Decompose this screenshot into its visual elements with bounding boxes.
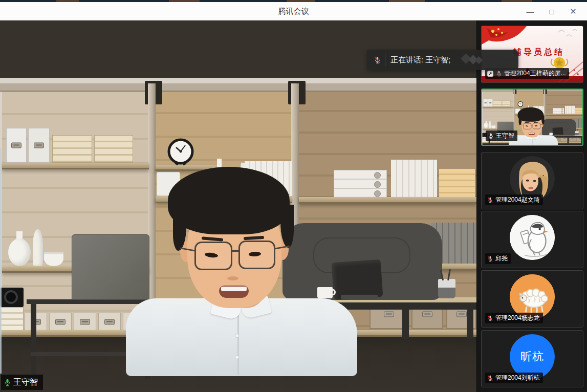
mic-muted-icon (487, 197, 494, 204)
shirt-button (235, 334, 239, 338)
person (0, 20, 476, 392)
person-teeth (221, 287, 247, 291)
participant-label-text: 王守智 (496, 132, 514, 140)
mic-muted-icon (487, 255, 494, 263)
participants-sidebar: 辅导员总结 (476, 20, 587, 392)
participant-label-text: 邱尧 (495, 254, 508, 263)
video-scene (0, 20, 476, 392)
maximize-button[interactable]: □ (543, 4, 560, 18)
avatar-penguin (510, 215, 555, 260)
participant-avatar[interactable]: 昕杭 管理2004刘昕杭 (481, 330, 583, 387)
mic-muted-icon (373, 56, 382, 64)
person-hair-side (541, 115, 545, 124)
close-button[interactable]: ✕ (564, 4, 582, 18)
penguin-sketch (510, 215, 555, 260)
participant-label: 管理2004赵文琦 (485, 194, 543, 205)
window-controls: — □ ✕ (521, 2, 582, 20)
participant-avatar[interactable]: 管理2004杨志龙 (481, 270, 583, 328)
speaking-toast-text: 正在讲话: 王守智; (390, 55, 451, 65)
participant-avatar[interactable]: 管理2004赵文琦 (481, 152, 583, 209)
participant-avatar[interactable]: 邱尧 (481, 211, 583, 268)
participant-label-text: 管理2004赵文琦 (495, 195, 540, 204)
participant-label: 管理2004刘昕杭 (485, 373, 543, 383)
participant-label: 管理2004杨志龙 (485, 313, 543, 323)
mic-muted-icon (495, 70, 503, 77)
toast-divider (385, 54, 385, 66)
shirt-placket (237, 311, 239, 375)
minimize-button[interactable]: — (521, 4, 539, 18)
titlebar[interactable]: 腾讯会议 — □ ✕ (0, 2, 587, 20)
screen-share-icon (487, 70, 494, 77)
person-nose-shadow (227, 276, 238, 280)
person-teeth (529, 133, 535, 134)
speaker-name-tag: 王守智 (1, 375, 43, 390)
participant-video-active[interactable]: 王守智 (481, 89, 583, 146)
person-nose-shadow (530, 130, 533, 132)
mic-on-icon (3, 378, 12, 387)
shirt-button (532, 143, 533, 144)
speaking-toast: 正在讲话: 王守智; (367, 50, 518, 70)
speaker-name-text: 王守智 (13, 377, 38, 388)
window-title: 腾讯会议 (0, 2, 587, 20)
main-video-stage[interactable]: 王守智 (0, 20, 476, 392)
glasses-bridge (531, 125, 533, 125)
participant-label: 邱尧 (485, 253, 511, 264)
mic-muted-icon (487, 315, 494, 322)
meeting-logo-watermark (458, 52, 487, 68)
mic-muted-icon (487, 375, 494, 382)
participant-label-text: 管理2004王梓萌的屏... (504, 69, 566, 78)
shirt-button (235, 355, 239, 359)
meeting-content: 王守智 正在讲话: 王守智; (0, 20, 587, 392)
participant-label-text: 管理2004刘昕杭 (495, 374, 540, 382)
tencent-meeting-window: 腾讯会议 — □ ✕ (0, 0, 587, 392)
participant-label-text: 管理2004杨志龙 (495, 314, 540, 322)
glasses-bridge (231, 250, 240, 252)
mic-on-icon (487, 133, 494, 140)
participant-label: 王守智 (486, 130, 517, 141)
share-slide-title: 辅导员总结 (513, 48, 564, 56)
